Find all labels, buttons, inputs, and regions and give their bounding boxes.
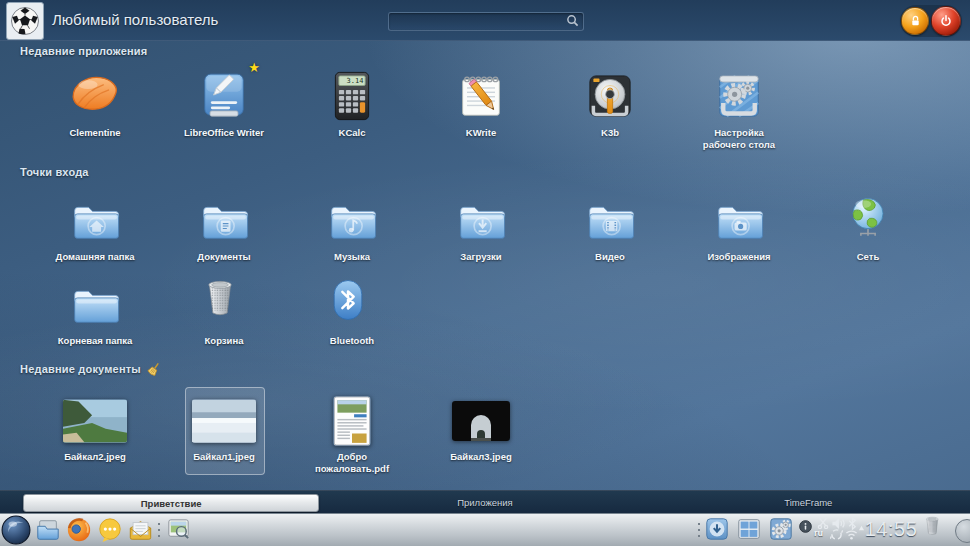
doc-item-welcome-pdf[interactable]: Добро пожаловать.pdf xyxy=(292,394,412,475)
desktop-pager-icon xyxy=(736,516,762,542)
place-item-bluetooth[interactable]: Bluetooth xyxy=(292,278,412,347)
taskbar-trash-button[interactable] xyxy=(924,515,949,543)
kcalc-display-text: 3.14 xyxy=(347,77,364,85)
bluetooth-icon xyxy=(292,278,412,332)
app-item-desktop-settings[interactable]: Настройка рабочего стола xyxy=(679,64,799,151)
firefox-button[interactable] xyxy=(66,517,92,543)
panel-separator[interactable] xyxy=(157,521,161,537)
libreoffice-writer-icon xyxy=(164,64,284,124)
place-label: Домашняя папка xyxy=(48,251,142,263)
tray-wifi-button[interactable] xyxy=(845,528,858,541)
folder-downloads-icon xyxy=(421,194,541,248)
doc-item-baikal2[interactable]: Байкал2.jpeg xyxy=(35,394,155,463)
trash-small-icon xyxy=(924,515,949,543)
doc-item-baikal1[interactable]: Байкал1.jpeg xyxy=(164,394,284,463)
notifications-icon xyxy=(799,520,812,533)
soccer-ball-icon xyxy=(9,5,41,37)
place-item-home[interactable]: Домашняя папка xyxy=(35,194,155,263)
file-manager-icon xyxy=(35,517,61,543)
messenger-icon xyxy=(97,517,123,543)
network-globe-icon xyxy=(808,194,928,248)
app-item-libreoffice-writer[interactable]: ★ LibreOffice Writer xyxy=(164,64,284,139)
user-name: Любимый пользователь xyxy=(52,11,218,28)
wifi-icon xyxy=(845,528,858,541)
tab-timeframe[interactable]: TimeFrame xyxy=(647,491,970,514)
place-item-images[interactable]: Изображения xyxy=(679,194,799,263)
launcher-tabbar: Приветствие Приложения TimeFrame xyxy=(0,490,970,514)
trash-icon xyxy=(164,278,284,332)
kwrite-icon xyxy=(421,64,541,124)
app-label: K3b xyxy=(563,127,657,139)
lock-button[interactable] xyxy=(901,7,929,35)
clock[interactable]: 14:55 xyxy=(860,513,922,546)
system-settings-icon xyxy=(768,516,794,542)
folder-images-icon xyxy=(679,194,799,248)
app-item-k3b[interactable]: K3b xyxy=(550,64,670,139)
doc-thumbnail-baikal2 xyxy=(35,394,155,448)
user-avatar[interactable] xyxy=(6,2,44,40)
tray-notifications-button[interactable] xyxy=(799,520,812,533)
power-button[interactable] xyxy=(931,6,961,36)
place-item-trash[interactable]: Корзина xyxy=(164,278,284,347)
tab-welcome[interactable]: Приветствие xyxy=(0,491,323,514)
clementine-icon xyxy=(35,64,155,124)
folder-music-icon xyxy=(292,194,412,248)
place-item-music[interactable]: Музыка xyxy=(292,194,412,263)
app-item-kwrite[interactable]: KWrite xyxy=(421,64,541,139)
app-label: Настройка рабочего стола xyxy=(692,127,786,151)
tab-applications[interactable]: Приложения xyxy=(323,491,646,514)
app-item-clementine[interactable]: Clementine xyxy=(35,64,155,139)
place-label: Корневая папка xyxy=(48,335,142,347)
app-label: KWrite xyxy=(434,127,528,139)
search-input[interactable] xyxy=(388,12,584,31)
place-item-downloads[interactable]: Загрузки xyxy=(421,194,541,263)
app-label: LibreOffice Writer xyxy=(177,127,271,139)
folder-video-icon xyxy=(550,194,670,248)
tray-network-button[interactable] xyxy=(830,528,843,541)
firefox-icon xyxy=(66,517,92,543)
doc-item-baikal3[interactable]: Байкал3.jpeg xyxy=(421,394,541,463)
place-label: Изображения xyxy=(692,251,786,263)
place-label: Bluetooth xyxy=(305,335,399,347)
rosa-menu-icon xyxy=(1,515,31,545)
image-viewer-button[interactable] xyxy=(165,516,192,543)
k3b-icon xyxy=(550,64,670,124)
lock-icon xyxy=(908,14,923,29)
messenger-button[interactable] xyxy=(97,517,123,543)
doc-thumbnail-baikal3 xyxy=(421,394,541,448)
desktop-pager-button[interactable] xyxy=(736,516,762,542)
app-label: Clementine xyxy=(48,127,142,139)
app-item-kcalc[interactable]: 3.14 KCalc xyxy=(292,64,412,139)
rosa-menu-button[interactable] xyxy=(1,515,31,545)
clear-history-broom-icon[interactable] xyxy=(147,362,162,376)
place-item-documents[interactable]: Документы xyxy=(164,194,284,263)
search-box xyxy=(388,11,584,30)
place-label: Корзина xyxy=(177,335,271,347)
downloads-widget-icon xyxy=(704,516,730,542)
desktop-settings-icon xyxy=(679,64,799,124)
session-buttons xyxy=(900,5,962,37)
network-icon xyxy=(830,528,843,541)
place-item-video[interactable]: Видео xyxy=(550,194,670,263)
doc-label: Добро пожаловать.pdf xyxy=(305,451,399,475)
keyboard-layout-indicator[interactable]: ru xyxy=(814,528,823,538)
section-title-text: Недавние документы xyxy=(20,363,141,375)
rosa-simplewelcome-screen: Любимый пользователь Нед xyxy=(0,0,970,546)
tab-welcome-button[interactable]: Приветствие xyxy=(23,494,319,512)
mail-button[interactable] xyxy=(127,517,154,543)
topbar: Любимый пользователь xyxy=(0,0,970,41)
section-title-places: Точки входа xyxy=(20,166,89,178)
file-manager-button[interactable] xyxy=(35,517,61,543)
tab-label: Приложения xyxy=(457,497,513,508)
tab-label: TimeFrame xyxy=(784,497,832,508)
section-title-recent-docs: Недавние документы xyxy=(20,362,162,376)
power-icon xyxy=(938,13,954,29)
place-item-root[interactable]: Корневая папка xyxy=(35,278,155,347)
system-settings-button[interactable] xyxy=(768,516,794,542)
place-label: Загрузки xyxy=(434,251,528,263)
place-item-network[interactable]: Сеть xyxy=(808,194,928,263)
folder-documents-icon xyxy=(164,194,284,248)
doc-thumbnail-baikal1 xyxy=(164,394,284,448)
panel-separator[interactable] xyxy=(697,521,701,537)
downloads-widget-button[interactable] xyxy=(704,516,730,542)
